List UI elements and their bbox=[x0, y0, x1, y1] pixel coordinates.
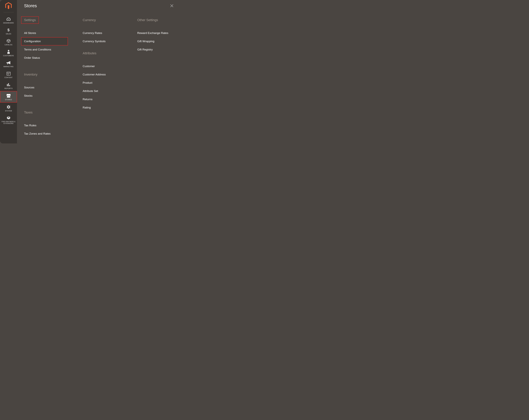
link-order-status[interactable]: Order Status bbox=[21, 54, 72, 62]
bars-icon bbox=[7, 82, 11, 87]
nav-label: STORES bbox=[5, 99, 12, 101]
box-icon bbox=[7, 39, 11, 43]
nav-catalog[interactable]: CATALOG bbox=[0, 37, 17, 47]
close-icon[interactable] bbox=[170, 4, 173, 8]
nav-customers[interactable]: CUSTOMERS bbox=[0, 47, 17, 58]
link-currency-rates[interactable]: Currency Rates bbox=[80, 29, 128, 37]
heading-other: Other Settings bbox=[134, 16, 161, 24]
nav-label: SALES bbox=[6, 33, 11, 35]
link-attr-product[interactable]: Product bbox=[80, 79, 128, 87]
nav-partners[interactable]: FIND PARTNERS & EXTENSIONS bbox=[0, 114, 17, 125]
link-attr-set[interactable]: Attribute Set bbox=[80, 87, 128, 95]
nav-stores[interactable]: STORES bbox=[0, 91, 17, 103]
link-currency-symbols[interactable]: Currency Symbols bbox=[80, 37, 128, 45]
nav-label: SYSTEM bbox=[5, 110, 12, 112]
dollar-icon: $ bbox=[7, 27, 9, 32]
puzzle-icon bbox=[7, 116, 11, 120]
svg-point-0 bbox=[8, 50, 9, 51]
megaphone-icon bbox=[6, 60, 11, 65]
link-attr-returns[interactable]: Returns bbox=[80, 95, 128, 104]
link-tax-zones[interactable]: Tax Zones and Rates bbox=[21, 130, 72, 138]
column-2: Currency Currency Rates Currency Symbols… bbox=[72, 16, 128, 138]
admin-sidebar: DASHBOARD $ SALES CATALOG CUSTOMERS MARK… bbox=[0, 0, 17, 144]
link-gift-registry[interactable]: Gift Registry bbox=[134, 45, 181, 54]
link-terms[interactable]: Terms and Conditions bbox=[21, 45, 72, 54]
panel-title: Stores bbox=[24, 3, 37, 8]
magento-logo-icon[interactable] bbox=[5, 2, 12, 10]
svg-rect-1 bbox=[7, 72, 10, 75]
nav-reports[interactable]: REPORTS bbox=[0, 80, 17, 91]
nav-label: DASHBOARD bbox=[3, 22, 14, 24]
link-attr-customer-address[interactable]: Customer Address bbox=[80, 70, 128, 79]
svg-rect-4 bbox=[7, 84, 8, 86]
nav-content[interactable]: CONTENT bbox=[0, 69, 17, 80]
nav-label: MARKETING bbox=[3, 66, 13, 67]
column-1: Settings All Stores Configuration Terms … bbox=[17, 16, 72, 138]
stores-flyout-panel: Stores Settings All Stores Configuration… bbox=[17, 0, 181, 144]
panel-header: Stores bbox=[17, 0, 181, 13]
nav-label: CONTENT bbox=[4, 77, 13, 78]
heading-taxes: Taxes bbox=[21, 109, 35, 116]
heading-inventory: Inventory bbox=[21, 71, 40, 78]
svg-rect-5 bbox=[8, 83, 9, 86]
dashboard-icon bbox=[6, 17, 11, 21]
link-reward-rates[interactable]: Reward Exchange Rates bbox=[134, 29, 181, 37]
link-all-stores[interactable]: All Stores bbox=[21, 29, 72, 37]
nav-label: CATALOG bbox=[5, 44, 13, 46]
link-attr-rating[interactable]: Rating bbox=[80, 104, 128, 112]
sidebar-divider bbox=[3, 12, 14, 13]
svg-rect-6 bbox=[9, 85, 10, 86]
link-stocks[interactable]: Stocks bbox=[21, 92, 72, 100]
menu-columns: Settings All Stores Configuration Terms … bbox=[17, 13, 181, 138]
gear-icon bbox=[7, 105, 11, 109]
nav-sales[interactable]: $ SALES bbox=[0, 26, 17, 37]
person-icon bbox=[7, 50, 10, 54]
nav-system[interactable]: SYSTEM bbox=[0, 103, 17, 114]
link-attr-customer[interactable]: Customer bbox=[80, 62, 128, 70]
layout-icon bbox=[7, 71, 11, 76]
heading-currency: Currency bbox=[80, 16, 99, 24]
nav-label: FIND PARTNERS & EXTENSIONS bbox=[0, 121, 17, 124]
nav-dashboard[interactable]: DASHBOARD bbox=[0, 15, 17, 26]
heading-attributes: Attributes bbox=[80, 50, 99, 57]
heading-settings: Settings bbox=[21, 16, 39, 24]
link-tax-rules[interactable]: Tax Rules bbox=[21, 121, 72, 130]
link-sources[interactable]: Sources bbox=[21, 83, 72, 92]
link-configuration[interactable]: Configuration bbox=[21, 37, 68, 45]
column-3: Other Settings Reward Exchange Rates Gif… bbox=[128, 16, 181, 138]
nav-marketing[interactable]: MARKETING bbox=[0, 58, 17, 69]
store-icon bbox=[6, 93, 11, 98]
link-gift-wrapping[interactable]: Gift Wrapping bbox=[134, 37, 181, 45]
nav-label: REPORTS bbox=[4, 88, 13, 89]
nav-label: CUSTOMERS bbox=[3, 55, 14, 56]
